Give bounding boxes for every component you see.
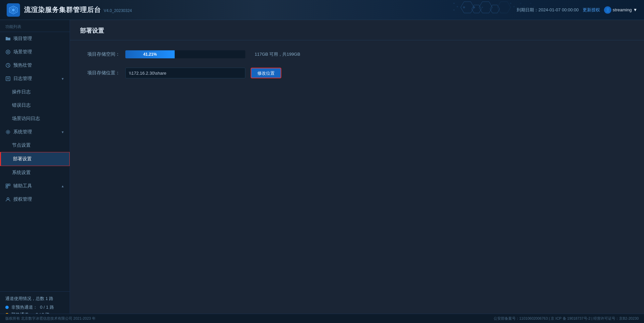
- svg-marker-10: [497, 2, 511, 13]
- page-content: 项目存储空间： 41.21% 117GB 可用，共199GB 项目存储位置： 修…: [70, 40, 644, 98]
- sidebar-label-err-log: 错误日志: [12, 102, 31, 108]
- auth-icon: [5, 197, 11, 202]
- user-menu[interactable]: 👤 streaming ▼: [604, 6, 637, 14]
- sidebar-label-scene-mgmt: 场景管理: [13, 49, 32, 55]
- sidebar-label-log-mgmt: 日志管理: [13, 76, 32, 82]
- svg-rect-35: [6, 186, 8, 188]
- non-preheat-label: 非预热通道：: [11, 304, 37, 310]
- storage-percent: 41.21%: [143, 52, 157, 57]
- app-title: 流渲染服务集群管理后台: [24, 5, 101, 14]
- non-preheat-value: 0 / 1 路: [40, 304, 54, 310]
- sidebar-label-sys-mgmt: 系统管理: [13, 129, 32, 135]
- sys-icon: [5, 129, 11, 135]
- user-avatar: 👤: [604, 6, 611, 14]
- svg-point-16: [453, 9, 455, 11]
- sidebar-item-node-settings[interactable]: 节点设置: [0, 139, 70, 152]
- svg-point-23: [530, 3, 531, 4]
- header-right: 到期日期：2024-01-07 00:00:00 更新授权 👤 streamin…: [517, 6, 637, 14]
- svg-point-32: [7, 131, 9, 133]
- header: 流渲染服务集群管理后台 V4.0_20230324 到期日期：2024-01-0…: [0, 0, 644, 20]
- sidebar-label-scene-log: 场景访问日志: [12, 116, 40, 122]
- sidebar-label-auth-mgmt: 授权管理: [13, 196, 32, 202]
- storage-path-input[interactable]: [125, 68, 245, 78]
- svg-point-11: [463, 6, 465, 8]
- svg-rect-29: [6, 77, 10, 81]
- username-label: streaming: [613, 7, 632, 12]
- preheat-icon: [5, 63, 11, 68]
- modify-location-button[interactable]: 修改位置: [251, 68, 281, 78]
- sidebar-label-node-settings: 节点设置: [12, 142, 31, 148]
- sidebar-item-deploy-settings[interactable]: 部署设置: [0, 152, 70, 166]
- expiry-date: 到期日期：2024-01-07 00:00:00: [517, 7, 579, 13]
- storage-space-row: 项目存储空间： 41.21% 117GB 可用，共199GB: [80, 50, 634, 58]
- storage-space-label: 项目存储空间：: [80, 51, 120, 57]
- sidebar-item-auth-mgmt[interactable]: 授权管理: [0, 193, 70, 206]
- copyright-text: 版权所有 北京数字冰雹信息技术有限公司 2021-2023 年: [5, 316, 96, 321]
- tools-expand-icon: ▲: [61, 184, 64, 188]
- non-preheat-dot: [5, 306, 9, 309]
- sidebar-item-project-mgmt[interactable]: 项目管理: [0, 32, 70, 45]
- svg-point-18: [513, 6, 515, 7]
- svg-marker-8: [479, 2, 492, 13]
- update-license-link[interactable]: 更新授权: [583, 7, 600, 13]
- svg-point-15: [457, 6, 458, 7]
- app-version: V4.0_20230324: [104, 8, 132, 13]
- tool-icon: [5, 183, 11, 189]
- svg-point-14: [453, 3, 455, 4]
- sidebar-item-op-log[interactable]: 操作日志: [0, 85, 70, 99]
- page-title: 部署设置: [80, 27, 634, 35]
- sidebar-item-scene-mgmt[interactable]: 场景管理: [0, 45, 70, 59]
- sidebar-item-sys-mgmt[interactable]: 系统管理 ▼: [0, 125, 70, 139]
- svg-point-27: [7, 51, 9, 53]
- svg-point-26: [6, 50, 10, 54]
- log-mgmt-expand-icon: ▼: [61, 77, 64, 81]
- folder-icon: [5, 36, 11, 41]
- svg-marker-9: [490, 5, 500, 13]
- sidebar-item-scene-log[interactable]: 场景访问日志: [0, 112, 70, 125]
- channel-title: 通道使用情况，总数 1 路: [5, 296, 64, 302]
- svg-rect-34: [8, 184, 10, 186]
- svg-point-17: [510, 3, 511, 4]
- main-content: 部署设置 项目存储空间： 41.21% 117GB 可用，共199GB 项目存储…: [70, 20, 644, 323]
- sidebar-item-sys-settings[interactable]: 系统设置: [0, 166, 70, 179]
- sidebar-item-log-mgmt[interactable]: 日志管理 ▼: [0, 72, 70, 85]
- footer-bar: 版权所有 北京数字冰雹信息技术有限公司 2021-2023 年 公安部备案号：1…: [0, 314, 644, 323]
- svg-point-12: [473, 6, 475, 8]
- sidebar-label-preheat: 预热壮管: [13, 62, 32, 68]
- storage-available: 117GB 可用，共199GB: [255, 51, 300, 57]
- svg-marker-6: [461, 2, 474, 13]
- sidebar-label-tools: 辅助工具: [13, 183, 32, 189]
- storage-path-label: 项目存储位置：: [80, 70, 120, 76]
- scene-icon: [5, 49, 11, 55]
- sidebar: 功能列表 项目管理 场景管理 预热壮管 日志管理: [0, 20, 70, 323]
- svg-rect-33: [6, 184, 8, 186]
- channel-non-preheat: 非预热通道： 0 / 1 路: [5, 304, 64, 310]
- svg-marker-7: [472, 5, 481, 13]
- page-header: 部署设置: [70, 20, 644, 40]
- sidebar-item-preheat[interactable]: 预热壮管: [0, 59, 70, 72]
- icp-text: 公安部备案号：11010602006763 | 京 ICP 备 19018737…: [494, 316, 639, 321]
- sidebar-label-op-log: 操作日志: [12, 89, 31, 95]
- sys-mgmt-expand-icon: ▼: [61, 130, 64, 134]
- svg-point-36: [7, 198, 9, 200]
- storage-bar: 41.21%: [125, 50, 245, 58]
- storage-path-row: 项目存储位置： 修改位置: [80, 68, 634, 78]
- sidebar-item-tools[interactable]: 辅助工具 ▲: [0, 179, 70, 193]
- user-chevron-icon: ▼: [633, 7, 637, 12]
- sidebar-item-err-log[interactable]: 错误日志: [0, 99, 70, 112]
- storage-bar-fill: 41.21%: [125, 50, 175, 58]
- app-logo: [7, 3, 20, 17]
- main-layout: 功能列表 项目管理 场景管理 预热壮管 日志管理: [0, 20, 644, 323]
- sidebar-label-deploy-settings: 部署设置: [13, 156, 32, 162]
- function-list-label: 功能列表: [0, 20, 70, 32]
- svg-point-13: [482, 7, 483, 8]
- sidebar-label-sys-settings: 系统设置: [12, 170, 31, 176]
- sidebar-label-project-mgmt: 项目管理: [13, 36, 32, 42]
- log-icon: [5, 76, 11, 81]
- svg-point-20: [520, 3, 521, 4]
